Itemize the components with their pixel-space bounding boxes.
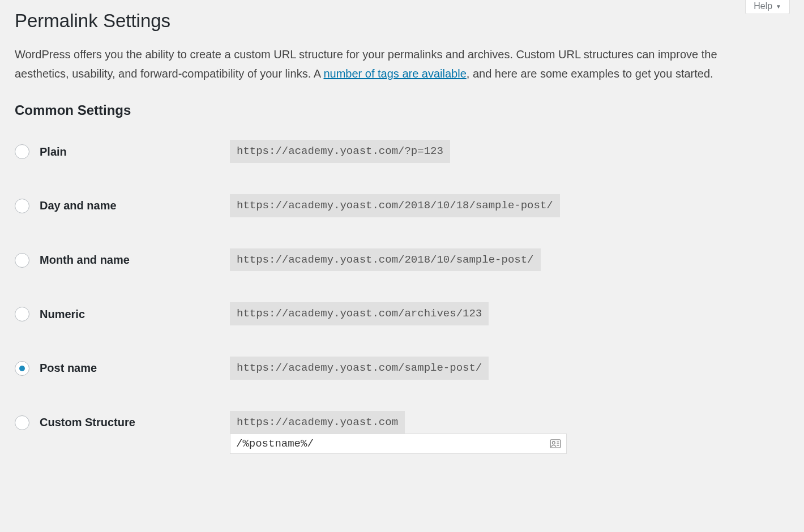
help-label: Help [754,1,772,11]
radio-plain[interactable] [15,144,29,159]
custom-base-url: https://academy.yoast.com [230,411,405,434]
example-day-and-name: https://academy.yoast.com/2018/10/18/sam… [230,194,560,217]
example-post-name: https://academy.yoast.com/sample-post/ [230,357,489,380]
option-row-custom: Custom Structure https://academy.yoast.c… [15,411,789,460]
radio-day-and-name[interactable] [15,199,29,213]
example-month-and-name: https://academy.yoast.com/2018/10/sample… [230,248,541,272]
svg-point-1 [552,441,555,444]
option-label-month-and-name[interactable]: Month and name [15,253,230,268]
permalink-options-table: Plain https://academy.yoast.com/?p=123 D… [15,140,789,460]
example-numeric: https://academy.yoast.com/archives/123 [230,302,489,325]
tags-available-link[interactable]: number of tags are available [323,67,466,80]
radio-numeric[interactable] [15,307,29,321]
page-title: Permalink Settings [15,10,789,32]
section-title: Common Settings [15,102,789,118]
option-label-plain[interactable]: Plain [15,144,230,159]
option-label-custom[interactable]: Custom Structure [15,415,230,430]
option-label-post-name[interactable]: Post name [15,361,230,376]
radio-post-name[interactable] [15,361,29,376]
option-row-numeric: Numeric https://academy.yoast.com/archiv… [15,302,789,357]
radio-month-and-name[interactable] [15,253,29,268]
option-label-day-and-name[interactable]: Day and name [15,199,230,213]
option-row-plain: Plain https://academy.yoast.com/?p=123 [15,140,789,194]
chevron-down-icon: ▼ [776,3,781,10]
page-wrap: Permalink Settings WordPress offers you … [0,0,804,482]
option-text-day-and-name: Day and name [40,199,117,212]
example-plain: https://academy.yoast.com/?p=123 [230,140,450,163]
radio-custom[interactable] [15,415,29,430]
option-row-month-and-name: Month and name https://academy.yoast.com… [15,248,789,303]
contact-card-icon [550,439,561,448]
help-tab[interactable]: Help ▼ [745,0,790,14]
intro-text-after: , and here are some examples to get you … [467,67,713,80]
option-label-numeric[interactable]: Numeric [15,307,230,321]
option-row-post-name: Post name https://academy.yoast.com/samp… [15,357,789,411]
option-text-custom: Custom Structure [40,416,135,429]
page-intro: WordPress offers you the ability to crea… [15,45,768,83]
option-row-day-and-name: Day and name https://academy.yoast.com/2… [15,194,789,248]
custom-structure-input[interactable] [230,434,567,454]
option-text-plain: Plain [40,145,67,158]
option-text-post-name: Post name [40,362,97,375]
option-text-numeric: Numeric [40,308,85,321]
option-text-month-and-name: Month and name [40,254,130,267]
